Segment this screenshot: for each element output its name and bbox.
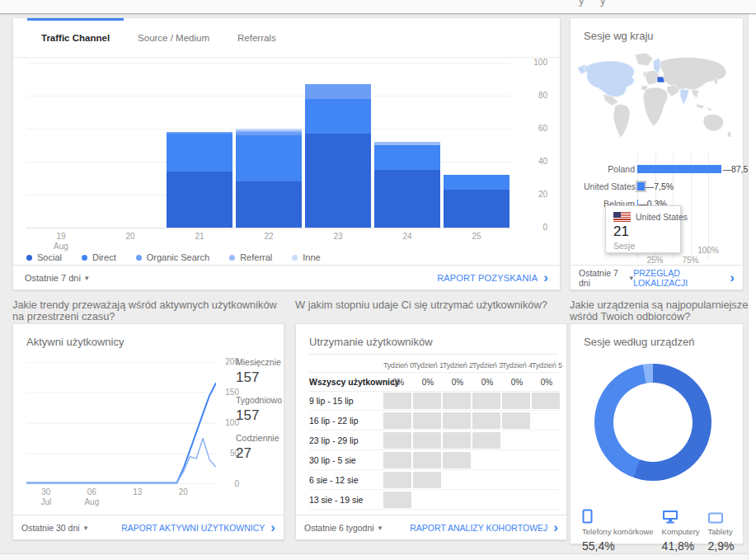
legend-item-referral[interactable]: Referral [229, 252, 272, 262]
line-series-aktywni-dziennie[interactable] [26, 439, 216, 483]
cohort-cell[interactable] [413, 393, 441, 409]
cohort-cell[interactable] [413, 412, 441, 429]
traffic-x-axis: 19Aug202122232425 [26, 232, 511, 252]
map-region-north-america[interactable] [584, 61, 634, 97]
retention-card-footer: Ostatnie 6 tygodni ▾ RAPORT ANALIZY KOHO… [296, 515, 566, 539]
date-range-label: Ostatnie 30 dni [21, 523, 80, 533]
scrollbar-track[interactable] [748, 14, 756, 560]
cohort-analysis-report-link[interactable]: RAPORT ANALIZY KOHORTOWEJ › [410, 523, 558, 533]
cohort-row[interactable]: 16 lip - 22 lip [309, 411, 560, 431]
cohort-row[interactable]: 9 lip - 15 lip [309, 391, 560, 411]
card-title: Sesje wg kraju [584, 30, 654, 42]
cohort-cell[interactable] [383, 393, 411, 409]
bar-segment-social[interactable] [305, 134, 371, 228]
legend-item-organic-search[interactable]: Organic Search [136, 252, 209, 262]
cohort-cell[interactable] [472, 412, 500, 429]
cohort-cell[interactable] [443, 452, 471, 468]
date-range-selector[interactable]: Ostatnie 7 dni ▾ [25, 273, 88, 283]
cohort-cell[interactable] [413, 452, 441, 468]
stat-label: Codziennie [236, 433, 284, 443]
country-row[interactable]: United States—7,5% [584, 177, 734, 195]
legend-item-inne[interactable]: Inne [292, 252, 320, 262]
flag-canton [613, 212, 621, 218]
sessions-by-device-card: Sesje według urządzeń Telefony komórkowe… [570, 323, 744, 544]
date-range-selector[interactable]: Ostatnie 30 dni ▾ [21, 523, 87, 533]
legend-item-direct[interactable]: Direct [82, 252, 116, 262]
stacked-bar[interactable] [167, 132, 232, 228]
map-region-asia[interactable] [660, 58, 726, 91]
bar-segment-social[interactable] [236, 181, 302, 228]
bar-segment-direct[interactable] [236, 135, 302, 181]
bar-segment-organic-search[interactable] [305, 84, 371, 99]
stacked-bar[interactable] [444, 175, 509, 228]
all-users-label: Wszyscy użytkownicy [309, 377, 383, 387]
stat-tygodniowo: Tygodniowo157 [236, 395, 284, 424]
cohort-cell[interactable] [472, 432, 500, 449]
location-overview-link[interactable]: PRZEGLĄD LOKALIZACJI › [633, 268, 735, 288]
map-region-india[interactable] [680, 89, 689, 105]
cohort-cell[interactable] [443, 432, 471, 449]
cohort-cell-empty [472, 492, 500, 508]
tab-traffic-channel[interactable]: Traffic Channel [27, 18, 124, 57]
legend-dot-icon [136, 255, 142, 261]
map-region-indonesia[interactable] [696, 104, 704, 109]
x-tick-label: 30Jul [40, 487, 51, 507]
tab-source-medium[interactable]: Source / Medium [124, 18, 223, 57]
cohort-row[interactable]: 23 lip - 29 lip [309, 431, 560, 450]
cohort-cell[interactable] [502, 412, 530, 429]
cohort-cell[interactable] [383, 452, 411, 468]
cohort-cell[interactable] [413, 432, 441, 449]
tab-label: Traffic Channel [41, 33, 110, 43]
map-region-australia[interactable] [703, 114, 723, 131]
map-region-south-america[interactable] [613, 104, 630, 138]
active-users-x-axis: 30Jul06Aug1320 [26, 487, 216, 509]
bar-segment-social[interactable] [374, 170, 440, 228]
line-series-aktywni-tygodniowo[interactable] [26, 383, 216, 482]
traffic-channels-card: Traffic ChannelSource / MediumReferrals … [12, 17, 561, 290]
country-bar[interactable] [637, 182, 645, 191]
cohort-cell[interactable] [383, 432, 411, 449]
map-region-greenland[interactable] [635, 53, 653, 66]
bar-segment-direct[interactable] [444, 175, 509, 190]
cohort-cell[interactable] [502, 393, 530, 409]
bar-segment-social[interactable] [167, 172, 232, 228]
active-users-report-link[interactable]: RAPORT AKTYWNI UŻYTKOWNICY › [121, 523, 275, 533]
acquisition-report-link[interactable]: RAPORT POZYSKANIA › [437, 273, 548, 283]
stacked-bar[interactable] [305, 84, 371, 228]
world-map[interactable] [575, 51, 740, 148]
country-bar[interactable] [637, 165, 721, 173]
bar-segment-direct[interactable] [374, 145, 440, 170]
active-users-card-footer: Ostatnie 30 dni ▾ RAPORT AKTYWNI UŻYTKOW… [13, 515, 284, 539]
stacked-bar[interactable] [374, 142, 440, 228]
stacked-bar[interactable] [236, 129, 302, 228]
cohort-row[interactable]: 30 lip - 5 sie [309, 450, 560, 470]
cohort-cell[interactable] [443, 393, 471, 409]
cohort-cell[interactable] [532, 393, 560, 409]
cohort-cell-empty [413, 492, 441, 508]
country-row[interactable]: Poland—87,5% [584, 160, 734, 177]
map-region-new-zealand[interactable] [727, 131, 731, 137]
legend-item-social[interactable]: Social [26, 252, 62, 262]
cohort-cell[interactable] [472, 393, 500, 409]
x-tick-label: 19Aug [26, 232, 96, 252]
cohort-cell[interactable] [443, 412, 471, 429]
map-region-africa[interactable] [643, 87, 668, 126]
date-range-selector[interactable]: Ostatnie 6 tygodni ▾ [304, 523, 382, 533]
map-region-se-asia[interactable] [692, 89, 699, 98]
cohort-row[interactable]: 13 sie - 19 sie [309, 490, 560, 510]
traffic-stacked-bar-chart[interactable] [26, 63, 511, 228]
cohort-cell[interactable] [383, 412, 411, 429]
tab-referrals[interactable]: Referrals [223, 18, 290, 57]
cohort-cell-empty [472, 452, 500, 468]
cohort-cell[interactable] [383, 472, 411, 488]
cohort-row[interactable]: 6 sie - 12 sie [309, 470, 560, 490]
bar-segment-direct[interactable] [167, 134, 232, 172]
chevron-right-icon: › [553, 524, 558, 532]
active-users-line-chart[interactable] [26, 362, 216, 484]
bar-segment-direct[interactable] [305, 99, 371, 134]
cohort-cell[interactable] [383, 492, 411, 508]
bar-segment-social[interactable] [444, 190, 509, 228]
date-range-selector[interactable]: Ostatnie 7 dni ▾ [579, 268, 633, 288]
cohort-cell[interactable] [413, 472, 441, 488]
map-region-indonesia-east[interactable] [707, 107, 712, 111]
